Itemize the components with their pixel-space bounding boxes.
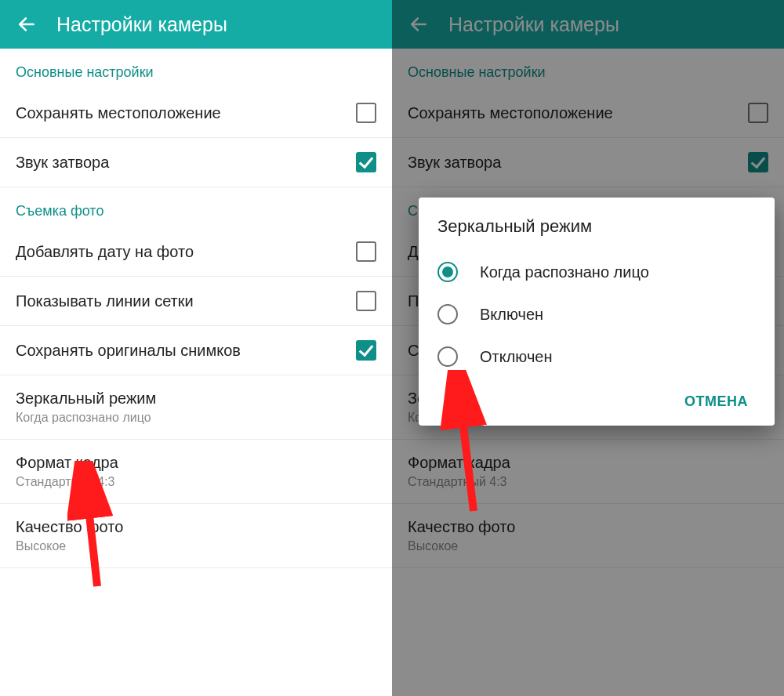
row-label: Зеркальный режим: [16, 390, 376, 408]
checkbox-save-originals[interactable]: [356, 340, 376, 361]
row-label: Показывать линии сетки: [16, 292, 356, 310]
appbar: Настройки камеры: [0, 0, 392, 49]
row-photo-quality[interactable]: Качество фото Высокое: [0, 504, 392, 568]
radio-label: Когда распознано лицо: [480, 263, 649, 281]
row-save-originals[interactable]: Сохранять оригиналы снимков: [0, 326, 392, 375]
appbar: Настройки камеры: [392, 0, 784, 49]
dialog-actions: ОТМЕНА: [437, 378, 756, 416]
section-header-main: Основные настройки: [392, 49, 784, 89]
arrow-left-icon: [16, 14, 37, 34]
row-photo-quality[interactable]: Качество фото Высокое: [392, 504, 784, 568]
row-label: Формат кадра: [408, 454, 768, 472]
row-shutter-sound[interactable]: Звук затвора: [0, 138, 392, 187]
row-value: Высокое: [16, 539, 376, 553]
row-label: Сохранять местоположение: [408, 104, 748, 122]
section-header-main: Основные настройки: [0, 49, 392, 89]
row-label: Формат кадра: [16, 454, 376, 472]
section-header-photo: Съемка фото: [0, 187, 392, 227]
screen-left: Настройки камеры Основные настройки Сохр…: [0, 0, 392, 696]
row-value: Стандартный 4:3: [408, 475, 768, 489]
row-save-location[interactable]: Сохранять местоположение: [0, 89, 392, 138]
row-value: Высокое: [408, 539, 768, 553]
checkbox-save-location[interactable]: [748, 103, 768, 123]
radio-icon[interactable]: [437, 304, 458, 324]
row-label: Сохранять оригиналы снимков: [16, 342, 356, 360]
row-label: Звук затвора: [408, 154, 748, 172]
row-add-date[interactable]: Добавлять дату на фото: [0, 227, 392, 277]
row-value: Когда распознано лицо: [16, 411, 376, 425]
row-value: Стандартный 4:3: [16, 475, 376, 489]
cancel-button[interactable]: ОТМЕНА: [677, 387, 756, 416]
checkbox-add-date[interactable]: [356, 241, 376, 262]
row-mirror-mode[interactable]: Зеркальный режим Когда распознано лицо: [0, 375, 392, 440]
radio-option-off[interactable]: Отключен: [437, 335, 756, 378]
back-button[interactable]: [13, 10, 41, 38]
row-label: Качество фото: [16, 518, 376, 536]
row-show-grid[interactable]: Показывать линии сетки: [0, 277, 392, 326]
row-label: Добавлять дату на фото: [16, 243, 356, 261]
radio-label: Включен: [480, 306, 543, 324]
row-save-location[interactable]: Сохранять местоположение: [392, 89, 784, 138]
arrow-left-icon: [408, 14, 429, 34]
radio-icon[interactable]: [437, 262, 458, 282]
row-label: Сохранять местоположение: [16, 104, 356, 122]
row-label: Качество фото: [408, 518, 768, 536]
page-title: Настройки камеры: [448, 13, 619, 36]
row-frame-format[interactable]: Формат кадра Стандартный 4:3: [392, 440, 784, 504]
radio-icon[interactable]: [437, 346, 458, 367]
checkbox-save-location[interactable]: [356, 103, 376, 123]
checkbox-show-grid[interactable]: [356, 291, 376, 311]
radio-option-on[interactable]: Включен: [437, 293, 756, 335]
back-button[interactable]: [405, 10, 433, 38]
radio-label: Отключен: [480, 348, 553, 366]
page-title: Настройки камеры: [56, 13, 227, 36]
checkbox-shutter-sound[interactable]: [748, 152, 768, 172]
dialog-mirror-mode: Зеркальный режим Когда распознано лицо В…: [419, 198, 775, 426]
screen-right: Настройки камеры Основные настройки Сохр…: [392, 0, 784, 696]
row-shutter-sound[interactable]: Звук затвора: [392, 138, 784, 187]
row-label: Звук затвора: [16, 154, 356, 172]
row-frame-format[interactable]: Формат кадра Стандартный 4:3: [0, 440, 392, 504]
radio-option-face[interactable]: Когда распознано лицо: [437, 251, 756, 293]
dialog-title: Зеркальный режим: [437, 216, 756, 237]
checkbox-shutter-sound[interactable]: [356, 152, 376, 172]
